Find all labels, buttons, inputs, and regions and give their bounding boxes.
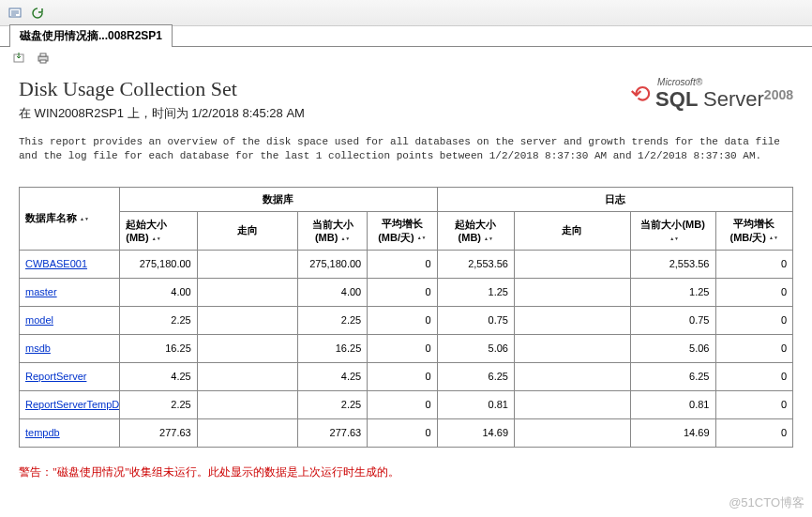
col-group-database: 数据库 [120,187,437,211]
cell-db-current: 275,180.00 [298,250,368,278]
watermark: @51CTO博客 [729,494,804,499]
cell-db-current: 4.25 [298,362,368,390]
refresh-icon[interactable] [28,4,47,23]
col-db-start[interactable]: 起始大小 (MB)▲▼ [120,211,198,250]
sort-icon[interactable]: ▲▼ [152,236,161,241]
database-link[interactable]: ReportServer [25,371,86,382]
cell-db-avg: 0 [368,306,437,334]
cell-db-avg: 0 [368,334,437,362]
cell-db-start: 4.00 [120,278,198,306]
cell-db-current: 16.25 [298,334,368,362]
cell-db-current: 2.25 [298,390,368,418]
sort-icon[interactable]: ▲▼ [484,236,493,241]
execute-icon[interactable] [6,4,24,23]
cell-log-current: 5.06 [630,334,715,362]
cell-log-current: 1.25 [630,278,715,306]
cell-db-trend [197,250,297,278]
cell-db-start: 275,180.00 [120,250,198,278]
cell-db-start: 277.63 [120,418,198,447]
warning-text: 警告："磁盘使用情况"收集组未运行。此处显示的数据是上次运行时生成的。 [19,464,793,480]
table-row: model2.252.2500.750.750 [20,306,793,334]
tab-disk-usage[interactable]: 磁盘使用情况摘...008R2SP1 [9,24,173,47]
cell-log-avg: 0 [715,418,793,447]
col-group-log: 日志 [437,187,793,211]
col-db-current[interactable]: 当前大小(MB)▲▼ [298,211,368,250]
database-link[interactable]: model [25,314,53,326]
report-body: Disk Usage Collection Set 在 WIN2008R2SP1… [0,77,812,499]
cell-db-start: 4.25 [120,362,198,390]
cell-log-avg: 0 [715,362,793,390]
cell-db-trend [197,306,297,334]
cell-log-start: 6.25 [437,362,515,390]
cell-log-avg: 0 [715,306,793,334]
cell-log-avg: 0 [715,278,793,306]
cell-log-start: 1.25 [437,278,515,306]
database-link[interactable]: tempdb [25,427,60,438]
logo-ms-text: Microsoft® [657,77,793,87]
sort-icon[interactable]: ▲▼ [80,217,89,221]
cell-db-avg: 0 [368,250,437,278]
cell-log-trend [515,250,631,278]
report-title: Disk Usage Collection Set [19,77,305,101]
cell-db-avg: 0 [368,418,437,447]
export-icon[interactable] [9,49,28,68]
cell-log-trend [515,278,631,306]
cell-log-trend [515,306,631,334]
table-row: ReportServerTempDB2.252.2500.810.810 [20,390,793,418]
table-row: tempdb277.63277.63014.6914.690 [20,418,793,447]
disk-usage-table: 数据库名称▲▼ 数据库 日志 起始大小 (MB)▲▼ 走向 当前大小(MB)▲▼… [19,187,793,448]
database-link[interactable]: msdb [25,342,51,354]
cell-log-avg: 0 [715,250,793,278]
cell-db-trend [197,418,297,447]
col-log-start[interactable]: 起始大小 (MB)▲▼ [437,211,515,250]
cell-log-start: 2,553.56 [437,250,515,278]
cell-log-avg: 0 [715,390,793,418]
cell-log-current: 14.69 [630,418,715,447]
cell-db-start: 16.25 [120,334,198,362]
svg-rect-3 [40,53,46,56]
database-link[interactable]: ReportServerTempDB [25,399,120,410]
report-toolbar [0,47,812,69]
col-log-trend[interactable]: 走向 [515,211,631,250]
database-link[interactable]: master [25,286,57,297]
cell-log-start: 5.06 [437,334,515,362]
cell-db-current: 2.25 [298,306,368,334]
col-log-avg[interactable]: 平均增长 (MB/天)▲▼ [715,211,793,250]
svg-rect-4 [40,60,46,63]
database-link[interactable]: CWBASE001 [25,258,87,269]
cell-log-current: 0.81 [630,390,715,418]
cell-db-avg: 0 [368,278,437,306]
col-dbname[interactable]: 数据库名称▲▼ [20,187,120,250]
col-db-trend[interactable]: 走向 [197,211,297,250]
cell-db-current: 277.63 [298,418,368,447]
cell-log-trend [515,418,631,447]
cell-log-trend [515,334,631,362]
sort-icon[interactable]: ▲▼ [417,236,427,240]
cell-db-avg: 0 [368,362,437,390]
col-log-current[interactable]: 当前大小(MB)▲▼ [630,211,715,250]
tab-bar: 磁盘使用情况摘...008R2SP1 [0,26,812,47]
cell-log-start: 14.69 [437,418,515,447]
cell-db-trend [197,390,297,418]
sql-server-logo: ⟲ Microsoft® SQL Server2008 [630,77,793,112]
print-icon[interactable] [34,49,53,68]
cell-log-start: 0.81 [437,390,515,418]
cell-db-trend [197,278,297,306]
cell-db-start: 2.25 [120,306,198,334]
sort-icon[interactable]: ▲▼ [340,236,350,241]
sort-icon[interactable]: ▲▼ [769,236,778,240]
cell-log-current: 0.75 [630,306,715,334]
cell-db-trend [197,362,297,390]
cell-log-current: 6.25 [630,362,715,390]
report-description: This report provides an overview of the … [19,135,793,164]
cell-log-trend [515,362,631,390]
cell-log-start: 0.75 [437,306,515,334]
cell-db-start: 2.25 [120,390,198,418]
table-row: ReportServer4.254.2506.256.250 [20,362,793,390]
cell-db-trend [197,334,297,362]
sort-icon[interactable]: ▲▼ [669,236,679,241]
cell-log-current: 2,553.56 [630,250,715,278]
col-db-avg[interactable]: 平均增长 (MB/天)▲▼ [368,211,437,250]
table-row: CWBASE001275,180.00275,180.0002,553.562,… [20,250,793,278]
cell-db-current: 4.00 [298,278,368,306]
